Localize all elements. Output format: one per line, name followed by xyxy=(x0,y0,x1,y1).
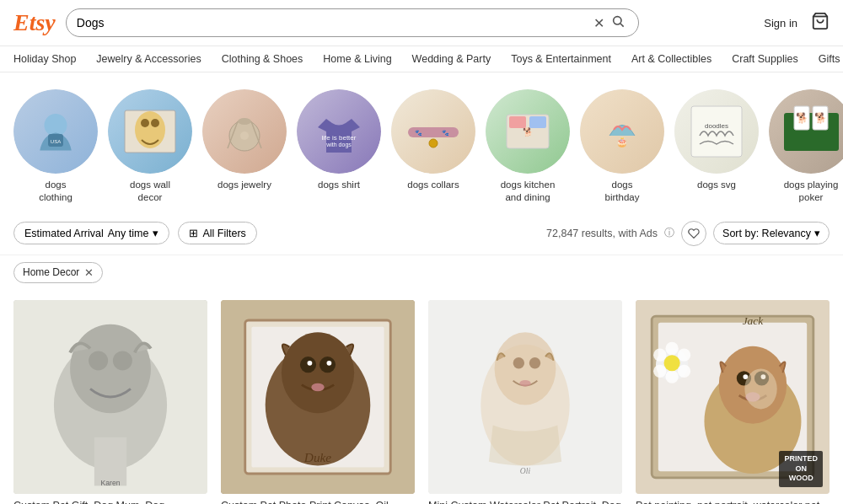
svg-point-64 xyxy=(678,365,690,378)
svg-point-37 xyxy=(113,351,132,370)
category-circle-6: 🎂 xyxy=(580,89,664,174)
nav-jewelry[interactable]: Jewelry & Accessories xyxy=(96,53,201,65)
svg-point-63 xyxy=(678,348,690,361)
sort-chevron-icon: ▾ xyxy=(814,227,820,239)
svg-rect-24 xyxy=(529,116,546,128)
svg-point-49 xyxy=(311,383,324,392)
sort-label: Sort by: Relevancy xyxy=(722,228,811,239)
category-dogs-clothing[interactable]: USA dogsclothing xyxy=(13,89,98,204)
nav-toys[interactable]: Toys & Entertainment xyxy=(511,53,611,65)
sort-button[interactable]: Sort by: Relevancy ▾ xyxy=(713,222,830,244)
category-dogs-jewelry[interactable]: dogs jewelry xyxy=(202,89,287,191)
product-card-0[interactable]: Karen Custom Pet Gift, Dog Mum, Dog Symp… xyxy=(13,300,207,504)
svg-text:with dogs: with dogs xyxy=(325,142,352,148)
product-card-2[interactable]: Oli Mini Custom Watercolor Pet Portrait,… xyxy=(428,300,622,504)
svg-rect-28 xyxy=(784,113,839,151)
category-label-6: dogsbirthday xyxy=(605,179,640,204)
svg-point-18 xyxy=(429,139,438,147)
svg-point-76 xyxy=(744,368,776,409)
main-nav: Holiday Shop Jewelry & Accessories Cloth… xyxy=(0,46,843,72)
svg-point-56 xyxy=(519,380,530,387)
category-circle-8: 🐕🐕 xyxy=(769,89,843,174)
svg-text:Jack: Jack xyxy=(743,314,765,327)
category-label-7: dogs svg xyxy=(697,179,736,191)
wishlist-button[interactable] xyxy=(681,221,706,246)
nav-art[interactable]: Art & Collectibles xyxy=(631,53,711,65)
product-card-1[interactable]: Duke Custom Pet Photo Print Canvas, Oil … xyxy=(221,300,415,504)
category-circle-1 xyxy=(108,89,192,174)
svg-text:🎂: 🎂 xyxy=(616,136,628,147)
results-count: 72,847 results, with Ads xyxy=(546,228,658,239)
nav-home-living[interactable]: Home & Living xyxy=(323,53,391,65)
category-dogs-shirt[interactable]: life is betterwith dogs dogs shirt xyxy=(297,89,381,191)
product-title-0: Custom Pet Gift, Dog Mum, Dog Sympathy, … xyxy=(13,499,207,504)
nav-holiday-shop[interactable]: Holiday Shop xyxy=(13,53,76,65)
category-circle-4: 🐾🐾 xyxy=(391,89,475,174)
product-title-1: Custom Pet Photo Print Canvas, Oil Effec… xyxy=(221,499,415,504)
svg-text:Karen: Karen xyxy=(101,479,121,487)
svg-text:Duke: Duke xyxy=(303,450,332,464)
nav-clothing[interactable]: Clothing & Shoes xyxy=(222,53,303,65)
svg-point-67 xyxy=(653,348,666,361)
category-label-5: dogs kitchenand dining xyxy=(501,179,556,204)
svg-point-54 xyxy=(513,357,524,368)
remove-home-decor-filter[interactable]: ✕ xyxy=(84,266,94,279)
category-dogs-poker[interactable]: 🐕🐕 dogs playingpoker xyxy=(769,89,843,204)
svg-point-66 xyxy=(653,365,666,378)
filter-sliders-icon: ⊞ xyxy=(189,227,198,239)
printed-on-wood-badge: PRINTEDONWOOD xyxy=(779,451,823,487)
category-label-2: dogs jewelry xyxy=(217,179,271,191)
nav-wedding[interactable]: Wedding & Party xyxy=(412,53,491,65)
product-image-1: Duke xyxy=(221,300,415,494)
category-dogs-wall-decor[interactable]: dogs walldecor xyxy=(108,89,192,204)
svg-point-47 xyxy=(308,361,313,366)
products-grid: Karen Custom Pet Gift, Dog Mum, Dog Symp… xyxy=(0,290,843,504)
sign-in-link[interactable]: Sign in xyxy=(764,17,797,29)
category-dogs-kitchen[interactable]: 🐕 dogs kitchenand dining xyxy=(486,89,570,204)
svg-text:🐕: 🐕 xyxy=(796,111,808,124)
category-circle-5: 🐕 xyxy=(486,89,570,174)
svg-text:🐾: 🐾 xyxy=(442,129,449,137)
search-submit-button[interactable] xyxy=(608,14,628,31)
product-title-3: Pet painting, pet portrait, watercolor p… xyxy=(636,499,830,504)
category-dogs-birthday[interactable]: 🎂 dogsbirthday xyxy=(580,89,664,204)
svg-point-53 xyxy=(495,332,556,405)
header: Etsy ✕ Sign in xyxy=(0,0,843,46)
category-label-3: dogs shirt xyxy=(318,179,360,191)
clear-search-button[interactable]: ✕ xyxy=(590,15,608,31)
svg-text:🐕: 🐕 xyxy=(814,111,827,124)
svg-line-1 xyxy=(620,24,624,27)
search-input[interactable] xyxy=(77,16,590,29)
all-filters-label: All Filters xyxy=(202,228,245,239)
category-label-8: dogs playingpoker xyxy=(784,179,839,204)
results-info: 72,847 results, with Ads ⓘ Sort by: Rele… xyxy=(546,221,830,246)
info-icon[interactable]: ⓘ xyxy=(664,226,674,240)
arrival-filter-value: Any time xyxy=(108,228,149,239)
product-card-3[interactable]: Jack PRINTEDONWOOD Pet painting, pet por… xyxy=(636,300,830,504)
search-bar-container: ✕ xyxy=(66,8,639,37)
svg-point-14 xyxy=(240,131,249,140)
all-filters-button[interactable]: ⊞ All Filters xyxy=(178,222,256,244)
svg-text:Oli: Oli xyxy=(520,466,531,475)
svg-text:USA: USA xyxy=(51,139,61,144)
svg-point-62 xyxy=(665,342,678,355)
svg-point-11 xyxy=(238,118,251,125)
svg-point-0 xyxy=(613,17,620,24)
category-circle-3: life is betterwith dogs xyxy=(297,89,381,174)
svg-point-48 xyxy=(327,361,332,366)
arrival-filter-button[interactable]: Estimated Arrival Any time ▾ xyxy=(13,222,169,244)
nav-gifts[interactable]: Gifts & Gift Cards xyxy=(819,53,843,65)
arrival-filter-label: Estimated Arrival xyxy=(24,228,104,239)
svg-point-8 xyxy=(141,119,149,127)
nav-craft[interactable]: Craft Supplies xyxy=(732,53,798,65)
svg-text:life is better: life is better xyxy=(322,134,357,142)
chevron-down-icon: ▾ xyxy=(153,227,158,239)
svg-point-36 xyxy=(89,351,108,370)
cart-icon[interactable] xyxy=(811,12,830,35)
category-row: USA dogsclothing dogs walldecor dogs jew… xyxy=(0,72,843,212)
svg-point-35 xyxy=(70,324,151,413)
category-dogs-collars[interactable]: 🐾🐾 dogs collars xyxy=(391,89,475,191)
category-dogs-svg[interactable]: doodles dogs svg xyxy=(674,89,759,191)
svg-text:doodles: doodles xyxy=(705,122,728,130)
category-label-4: dogs collars xyxy=(407,179,459,191)
